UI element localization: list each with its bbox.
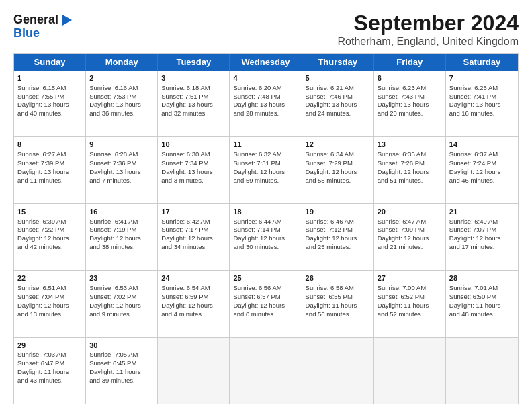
daylight-text2: and 28 minutes. <box>233 109 279 117</box>
col-header-monday: Monday <box>86 54 158 71</box>
calendar-cell: 24Sunrise: 6:54 AMSunset: 6:59 PMDayligh… <box>158 271 230 336</box>
logo: General Blue <box>13 13 75 40</box>
sunset-text: Sunset: 7:22 PM <box>17 226 64 233</box>
sunrise-text: Sunrise: 6:27 AM <box>17 150 66 158</box>
calendar-cell: 6Sunrise: 6:23 AMSunset: 7:43 PMDaylight… <box>374 71 446 136</box>
calendar-cell: 26Sunrise: 6:58 AMSunset: 6:55 PMDayligh… <box>302 271 374 336</box>
daylight-text: Daylight: 13 hours <box>233 101 285 108</box>
calendar-cell <box>374 338 446 404</box>
sunset-text: Sunset: 7:46 PM <box>306 93 353 100</box>
sunset-text: Sunset: 7:51 PM <box>161 93 208 100</box>
day-number: 8 <box>17 140 82 150</box>
sunrise-text: Sunrise: 6:34 AM <box>306 150 354 158</box>
daylight-text2: and 48 minutes. <box>449 310 495 318</box>
sunset-text: Sunset: 7:12 PM <box>306 226 353 233</box>
calendar-cell <box>302 338 374 404</box>
logo-line2: Blue <box>13 27 58 40</box>
sunrise-text: Sunrise: 6:23 AM <box>378 84 426 91</box>
day-number: 23 <box>89 273 154 283</box>
day-number: 3 <box>161 73 226 83</box>
sunrise-text: Sunrise: 6:53 AM <box>89 284 138 291</box>
sunrise-text: Sunrise: 6:16 AM <box>89 84 138 91</box>
calendar-cell: 13Sunrise: 6:35 AMSunset: 7:26 PMDayligh… <box>374 137 446 203</box>
sunrise-text: Sunrise: 6:44 AM <box>233 218 281 225</box>
day-number: 6 <box>378 73 442 83</box>
col-header-saturday: Saturday <box>446 54 518 71</box>
calendar-cell: 22Sunrise: 6:51 AMSunset: 7:04 PMDayligh… <box>14 271 86 336</box>
sunset-text: Sunset: 6:50 PM <box>449 293 496 300</box>
daylight-text: Daylight: 11 hours <box>378 302 429 309</box>
day-number: 4 <box>233 73 298 83</box>
daylight-text2: and 42 minutes. <box>17 243 63 250</box>
day-number: 14 <box>449 140 515 150</box>
calendar-cell: 25Sunrise: 6:56 AMSunset: 6:57 PMDayligh… <box>230 271 302 336</box>
daylight-text: Daylight: 11 hours <box>17 368 69 375</box>
day-number: 18 <box>233 207 298 217</box>
title-block: September 2024 Rotherham, England, Unite… <box>338 11 519 48</box>
calendar-cell: 16Sunrise: 6:41 AMSunset: 7:19 PMDayligh… <box>86 204 158 270</box>
header: General Blue September 2024 Rotherham, E… <box>13 11 519 48</box>
page-title: September 2024 <box>338 11 519 36</box>
daylight-text: Daylight: 12 hours <box>233 234 285 242</box>
sunrise-text: Sunrise: 6:54 AM <box>161 284 210 291</box>
sunrise-text: Sunrise: 6:46 AM <box>306 218 354 225</box>
calendar-cell: 18Sunrise: 6:44 AMSunset: 7:14 PMDayligh… <box>230 204 302 270</box>
daylight-text2: and 55 minutes. <box>306 177 351 184</box>
sunrise-text: Sunrise: 6:42 AM <box>161 218 210 225</box>
daylight-text: Daylight: 11 hours <box>89 368 141 375</box>
daylight-text: Daylight: 12 hours <box>306 234 357 242</box>
daylight-text: Daylight: 13 hours <box>161 168 213 175</box>
daylight-text2: and 51 minutes. <box>378 177 423 184</box>
daylight-text2: and 25 minutes. <box>306 243 351 250</box>
sunrise-text: Sunrise: 6:56 AM <box>233 284 281 291</box>
calendar-cell: 28Sunrise: 7:01 AMSunset: 6:50 PMDayligh… <box>446 271 518 336</box>
day-number: 30 <box>89 340 154 351</box>
day-number: 1 <box>17 73 82 83</box>
day-number: 28 <box>449 273 515 283</box>
daylight-text: Daylight: 12 hours <box>378 234 429 242</box>
daylight-text2: and 4 minutes. <box>161 310 203 318</box>
daylight-text: Daylight: 13 hours <box>378 101 429 108</box>
sunset-text: Sunset: 7:41 PM <box>449 93 496 100</box>
daylight-text: Daylight: 12 hours <box>161 234 213 242</box>
calendar-cell: 3Sunrise: 6:18 AMSunset: 7:51 PMDaylight… <box>158 71 230 136</box>
calendar-cell: 17Sunrise: 6:42 AMSunset: 7:17 PMDayligh… <box>158 204 230 270</box>
sunset-text: Sunset: 7:55 PM <box>17 93 64 100</box>
calendar-cell: 30Sunrise: 7:05 AMSunset: 6:45 PMDayligh… <box>86 338 158 404</box>
sunrise-text: Sunrise: 7:03 AM <box>17 351 66 358</box>
calendar-cell: 21Sunrise: 6:49 AMSunset: 7:07 PMDayligh… <box>446 204 518 270</box>
calendar-cell: 23Sunrise: 6:53 AMSunset: 7:02 PMDayligh… <box>86 271 158 336</box>
sunrise-text: Sunrise: 6:20 AM <box>233 84 281 91</box>
sunrise-text: Sunrise: 6:32 AM <box>233 150 281 158</box>
calendar-cell: 2Sunrise: 6:16 AMSunset: 7:53 PMDaylight… <box>86 71 158 136</box>
daylight-text2: and 36 minutes. <box>89 109 135 117</box>
sunset-text: Sunset: 7:31 PM <box>233 159 280 167</box>
calendar-cell: 7Sunrise: 6:25 AMSunset: 7:41 PMDaylight… <box>446 71 518 136</box>
daylight-text2: and 11 minutes. <box>17 177 63 184</box>
calendar-cell: 20Sunrise: 6:47 AMSunset: 7:09 PMDayligh… <box>374 204 446 270</box>
daylight-text2: and 40 minutes. <box>17 109 63 117</box>
daylight-text: Daylight: 13 hours <box>161 101 213 108</box>
daylight-text2: and 0 minutes. <box>233 310 275 318</box>
sunset-text: Sunset: 7:14 PM <box>233 226 280 233</box>
daylight-text2: and 17 minutes. <box>449 243 495 250</box>
daylight-text2: and 16 minutes. <box>449 109 495 117</box>
daylight-text2: and 30 minutes. <box>233 243 279 250</box>
daylight-text2: and 52 minutes. <box>378 310 423 318</box>
day-number: 25 <box>233 273 298 283</box>
sunset-text: Sunset: 7:24 PM <box>449 159 496 167</box>
daylight-text: Daylight: 12 hours <box>449 168 501 175</box>
sunrise-text: Sunrise: 6:51 AM <box>17 284 66 291</box>
sunrise-text: Sunrise: 6:18 AM <box>161 84 210 91</box>
col-header-sunday: Sunday <box>14 54 86 71</box>
daylight-text2: and 34 minutes. <box>161 243 207 250</box>
calendar-cell: 27Sunrise: 7:00 AMSunset: 6:52 PMDayligh… <box>374 271 446 336</box>
sunrise-text: Sunrise: 6:21 AM <box>306 84 354 91</box>
col-header-thursday: Thursday <box>302 54 374 71</box>
sunrise-text: Sunrise: 6:58 AM <box>306 284 354 291</box>
daylight-text: Daylight: 12 hours <box>233 168 285 175</box>
sunset-text: Sunset: 6:47 PM <box>17 359 64 367</box>
daylight-text2: and 24 minutes. <box>306 109 351 117</box>
day-number: 12 <box>306 140 370 150</box>
sunrise-text: Sunrise: 6:49 AM <box>449 218 498 225</box>
